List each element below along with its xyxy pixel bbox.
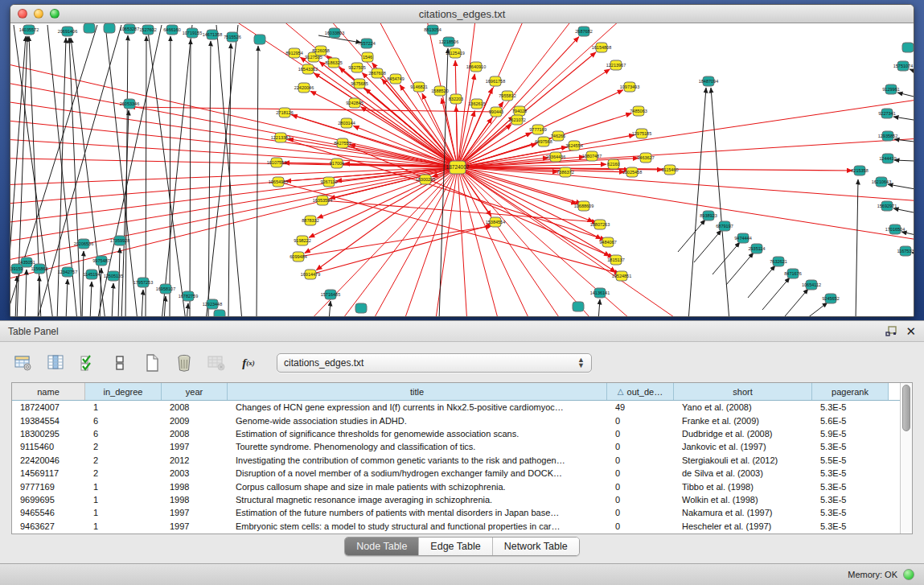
table-cell[interactable]: 5.3E-5	[812, 508, 889, 517]
show-columns-icon[interactable]	[45, 353, 66, 373]
table-cell[interactable]: 5.3E-5	[812, 402, 889, 412]
row-height-icon[interactable]	[109, 353, 130, 373]
delete-table-icon[interactable]	[206, 353, 227, 373]
table-row[interactable]: 946554611997Estimation of the future num…	[12, 506, 900, 519]
graph-node[interactable]: 20691406	[58, 27, 77, 36]
table-cell[interactable]: Wolkin et al. (1998)	[674, 495, 812, 505]
table-cell[interactable]: 2	[85, 455, 162, 465]
graph-node[interactable]: 16154808	[592, 43, 611, 52]
float-panel-icon[interactable]	[885, 326, 897, 337]
graph-node[interactable]: 12923448	[203, 299, 222, 309]
table-cell[interactable]: 19384554	[12, 416, 85, 426]
graph-node[interactable]: 11125419	[446, 48, 465, 58]
table-cell[interactable]: Stergiakouli et al. (2012)	[674, 455, 812, 465]
close-panel-icon[interactable]: ✕	[906, 325, 916, 337]
table-cell[interactable]: 6	[85, 416, 162, 426]
graph-node[interactable]: 9129961	[882, 84, 899, 94]
table-cell[interactable]: 9463627	[12, 521, 85, 531]
graph-node[interactable]: 1527602	[139, 25, 156, 35]
table-cell[interactable]: Hescheler et al. (1997)	[674, 521, 812, 531]
zoom-window-icon[interactable]	[50, 9, 60, 19]
table-scrollbar[interactable]	[900, 383, 912, 534]
graph-node[interactable]: 9245652	[822, 294, 839, 303]
table-row[interactable]: 977716911998Corpus callosum shape and si…	[12, 480, 900, 492]
graph-node[interactable]: 8454749	[387, 74, 404, 84]
table-cell[interactable]: 5.5E-5	[812, 455, 889, 465]
graph-node[interactable]: 9115460	[661, 165, 678, 175]
table-row[interactable]: 969969511998Structural magnetic resonanc…	[12, 493, 900, 506]
graph-node[interactable]: 39159	[10, 264, 23, 274]
graph-node[interactable]: 8215358	[851, 166, 868, 175]
table-cell[interactable]: 1997	[162, 442, 228, 451]
graph-node[interactable]: 1588520	[431, 86, 448, 96]
table-cell[interactable]: Yano et al. (2008)	[674, 402, 812, 412]
table-cell[interactable]: 2008	[162, 429, 228, 439]
column-header-pagerank[interactable]: pagerank	[812, 383, 889, 400]
graph-node[interactable]	[573, 302, 584, 311]
table-cell[interactable]: Nakamura et al. (1997)	[674, 508, 812, 517]
table-cell[interactable]: 0	[607, 468, 674, 478]
table-cell[interactable]: 2008	[162, 402, 228, 412]
table-row[interactable]: 1938455462009Genome-wide association stu…	[12, 414, 900, 426]
table-row[interactable]: 1830029562008Estimation of significance …	[12, 427, 900, 440]
graph-node[interactable]	[254, 35, 265, 44]
network-canvas[interactable]: 1403557220691406106532871527602646616010…	[10, 23, 914, 317]
table-row[interactable]: 1872400712008Changes of HCN gene express…	[12, 401, 900, 414]
table-cell[interactable]: 5.6E-5	[812, 416, 889, 426]
table-row[interactable]: 946362711997Embryonic stem cells: a mode…	[12, 520, 900, 533]
tab-node-table[interactable]: Node Table	[345, 538, 419, 555]
graph-node[interactable]: 10654112	[802, 280, 821, 290]
graph-node[interactable]: 746266	[551, 131, 565, 141]
table-cell[interactable]: 1	[85, 521, 162, 531]
table-cell[interactable]: 1	[85, 508, 162, 517]
graph-node[interactable]: 10719155	[183, 28, 202, 38]
minimize-window-icon[interactable]	[34, 9, 43, 19]
table-cell[interactable]: 9465546	[12, 508, 85, 517]
graph-node[interactable]: 15692971	[877, 201, 897, 211]
graph-node[interactable]: 6466160	[163, 25, 180, 35]
graph-node[interactable]: 16961758	[486, 76, 505, 86]
network-graph[interactable]: 1403557220691406106532871527602646616010…	[10, 23, 914, 317]
tab-edge-table[interactable]: Edge Table	[419, 538, 492, 555]
table-cell[interactable]: Embryonic stem cells: a model to study s…	[228, 521, 607, 531]
column-header-name[interactable]: name	[12, 383, 85, 400]
graph-node[interactable]: 12218506	[439, 37, 458, 47]
graph-node[interactable]: 14671358	[203, 30, 222, 39]
table-cell[interactable]: Estimation of significance thresholds fo…	[228, 429, 607, 439]
close-window-icon[interactable]	[18, 9, 27, 19]
table-cell[interactable]: 2	[85, 442, 162, 451]
table-cell[interactable]: 2003	[162, 468, 228, 478]
table-cell[interactable]: Corpus callosum shape and size in male p…	[228, 482, 607, 492]
graph-node[interactable]: 17957253	[133, 278, 153, 287]
table-cell[interactable]: 5.3E-5	[812, 442, 889, 451]
graph-node[interactable]: 7955812	[499, 91, 515, 101]
graph-node[interactable]: 8471676	[784, 269, 801, 278]
new-column-icon[interactable]	[142, 353, 162, 373]
table-row[interactable]: 2242004622012Investigating the contribut…	[12, 454, 900, 467]
column-header-short[interactable]: short	[674, 383, 812, 400]
graph-node[interactable]	[214, 310, 225, 317]
table-cell[interactable]: 1998	[162, 482, 228, 492]
graph-node[interactable]: 16107553	[267, 158, 286, 167]
graph-node[interactable]: 8938923	[700, 211, 717, 220]
table-cell[interactable]: 0	[607, 416, 674, 426]
graph-node[interactable]: 7632621	[770, 257, 786, 266]
graph-node[interactable]: 14136141	[590, 288, 610, 298]
network-window-titlebar[interactable]: citations_edges.txt	[10, 5, 914, 23]
graph-node[interactable]: 1546	[362, 52, 373, 62]
graph-node[interactable]	[902, 43, 914, 52]
table-cell[interactable]: 22420046	[12, 455, 85, 465]
table-cell[interactable]: Changes of HCN gene expression and I(f) …	[228, 402, 607, 412]
table-cell[interactable]: Disruption of a novel member of a sodium…	[228, 468, 607, 478]
graph-node[interactable]: 8186325	[325, 58, 342, 68]
table-cell[interactable]: 1	[85, 402, 162, 412]
table-cell[interactable]: 1998	[162, 495, 228, 505]
table-mode-icon[interactable]	[13, 353, 34, 373]
table-cell[interactable]: 1997	[162, 508, 228, 517]
table-selector-dropdown[interactable]: citations_edges.txt ▲▼	[277, 353, 592, 373]
graph-node[interactable]: 12213967	[606, 60, 626, 70]
table-cell[interactable]: 0	[607, 429, 674, 439]
graph-node[interactable]: 12342757	[58, 267, 77, 277]
graph-node[interactable]: 7485063	[630, 106, 647, 116]
table-cell[interactable]: 14569117	[12, 468, 85, 478]
